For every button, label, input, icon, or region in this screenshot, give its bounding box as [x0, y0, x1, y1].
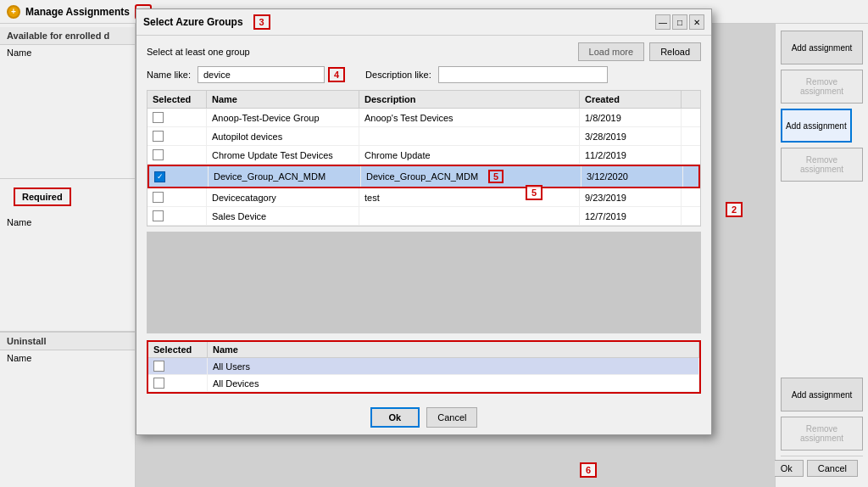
close-btn[interactable]: ✕ — [689, 14, 704, 30]
td-desc-5: test — [359, 188, 580, 206]
td-desc-1: Anoop's Test Devices — [359, 109, 580, 126]
td-created-6: 12/7/2019 — [580, 207, 682, 225]
annotation-5: 5 — [488, 170, 504, 183]
td-name-4: Device_Group_ACN_MDM — [209, 166, 361, 187]
td-created-5: 9/23/2019 — [580, 188, 682, 206]
checkbox-6[interactable] — [153, 210, 164, 221]
required-col-name: Name — [0, 215, 135, 230]
sel-th-name: Name — [208, 342, 699, 357]
sel-th-selected: Selected — [148, 342, 208, 357]
sel-td-name-1: All Users — [208, 358, 699, 374]
left-panel: Available for enrolled d Name Required N… — [0, 24, 136, 487]
available-section: Available for enrolled d Name — [0, 27, 135, 179]
right-panel: Add assignment Removeassignment Add assi… — [775, 24, 868, 487]
table-body: Anoop-Test-Device Group Anoop's Test Dev… — [147, 109, 700, 226]
grey-spacer — [147, 232, 701, 333]
remove-assignment-btn-2[interactable]: Removeassignment — [781, 148, 863, 182]
td-name-6: Sales Device — [207, 207, 359, 225]
dialog-cancel-btn[interactable]: Cancel — [426, 407, 477, 428]
td-selected-4 — [149, 166, 209, 187]
btn-spacer — [781, 187, 863, 372]
td-name-2: Autopilot devices — [207, 127, 359, 145]
remove-assignment-btn-1[interactable]: Removeassignment — [781, 70, 863, 104]
td-selected-3 — [147, 146, 207, 164]
add-assignment-btn-3[interactable]: Add assignment — [781, 378, 863, 411]
add-assignment-btn-1[interactable]: Add assignment — [781, 31, 863, 64]
td-created-1: 1/8/2019 — [580, 109, 682, 126]
main-cancel-btn[interactable]: Cancel — [807, 460, 858, 477]
remove-assignment-btn-3[interactable]: Removeassignment — [781, 417, 863, 451]
table-row[interactable]: Devicecatagory test 9/23/2019 — [147, 188, 700, 207]
uninstall-section: Uninstall Name — [0, 332, 135, 484]
td-name-3: Chrome Update Test Devices — [207, 146, 359, 164]
filter-desc-input[interactable] — [438, 66, 608, 83]
td-desc-3: Chrome Update — [359, 146, 580, 164]
sel-td-selected-2 — [148, 375, 208, 391]
sel-checkbox-2[interactable] — [153, 378, 164, 389]
uninstall-header: Uninstall — [0, 333, 135, 350]
dialog-body: Select at least one group Load more Relo… — [136, 36, 711, 400]
checkbox-3[interactable] — [153, 149, 164, 160]
bottom-buttons: Ok Cancel — [781, 456, 863, 480]
td-selected-1 — [147, 109, 207, 126]
checkbox-4[interactable] — [154, 171, 165, 182]
uninstall-col-name: Name — [0, 350, 135, 366]
dialog-title: Select Azure Groups — [143, 16, 243, 28]
dialog-titlebar: Select Azure Groups 3 — □ ✕ — [136, 9, 711, 36]
top-buttons: Load more Reload — [578, 42, 701, 61]
td-name-5: Devicecatagory — [207, 188, 359, 206]
group-table: Selected Name Description Created Anoop-… — [147, 90, 701, 227]
annotation-5-badge: 5 — [526, 185, 542, 200]
td-created-4: 3/12/2020 — [581, 166, 683, 187]
required-badge: Required — [14, 188, 71, 206]
manage-assignments-icon: + — [7, 5, 20, 19]
available-header: Available for enrolled d — [0, 27, 135, 45]
instruction-text: Select at least one group — [147, 47, 250, 57]
sel-row-allusers[interactable]: All Users — [148, 358, 699, 375]
table-row-selected[interactable]: Device_Group_ACN_MDM Device_Group_ACN_MD… — [147, 165, 700, 188]
td-name-1: Anoop-Test-Device Group — [207, 109, 359, 126]
dialog-ok-btn[interactable]: Ok — [370, 407, 420, 428]
td-desc-4: Device_Group_ACN_MDM 5 — [361, 166, 581, 187]
annotation-4: 4 — [328, 67, 345, 82]
sel-table-header: Selected Name — [148, 342, 699, 358]
checkbox-2[interactable] — [153, 131, 164, 142]
checkbox-5[interactable] — [153, 192, 164, 203]
filter-desc-label: Description like: — [365, 70, 431, 80]
checkbox-1[interactable] — [153, 112, 164, 123]
minimize-btn[interactable]: — — [655, 14, 670, 30]
th-description: Description — [359, 91, 580, 108]
available-col-name: Name — [0, 45, 135, 60]
sel-checkbox-1[interactable] — [153, 361, 164, 372]
table-header: Selected Name Description Created — [147, 91, 700, 109]
td-selected-2 — [147, 127, 207, 145]
filter-name-input[interactable] — [198, 66, 325, 83]
td-selected-6 — [147, 207, 207, 225]
reload-btn[interactable]: Reload — [649, 42, 701, 61]
table-row[interactable]: Anoop-Test-Device Group Anoop's Test Dev… — [147, 109, 700, 127]
td-desc-6 — [359, 207, 580, 225]
filter-name-label: Name like: — [147, 70, 191, 80]
table-row[interactable]: Sales Device 12/7/2019 — [147, 207, 700, 226]
select-azure-groups-dialog: Select Azure Groups 3 — □ ✕ Select at le… — [136, 8, 712, 435]
dialog-top-row: Select at least one group Load more Relo… — [147, 42, 701, 61]
annotation-3: 3 — [253, 14, 270, 30]
filter-row: Name like: 4 Description like: — [147, 66, 701, 83]
th-selected: Selected — [147, 91, 207, 108]
td-desc-2 — [359, 127, 580, 145]
sel-td-selected-1 — [148, 358, 208, 374]
th-name: Name — [207, 91, 359, 108]
main-title: Manage Assignments — [25, 6, 130, 18]
restore-btn[interactable]: □ — [672, 14, 687, 30]
selection-table: Selected Name All Users All Devices — [147, 340, 701, 394]
add-assignment-btn-2[interactable]: Add assignment — [781, 109, 852, 143]
table-row[interactable]: Chrome Update Test Devices Chrome Update… — [147, 146, 700, 165]
annotation-2-badge: 2 — [726, 202, 743, 217]
required-section: Required Name — [0, 179, 135, 331]
td-created-2: 3/28/2019 — [580, 127, 682, 145]
dialog-controls: — □ ✕ — [655, 14, 704, 30]
load-more-btn[interactable]: Load more — [578, 42, 645, 61]
sel-row-alldevices[interactable]: All Devices — [148, 375, 699, 392]
sel-td-name-2: All Devices — [208, 375, 699, 391]
table-row[interactable]: Autopilot devices 3/28/2019 — [147, 127, 700, 146]
